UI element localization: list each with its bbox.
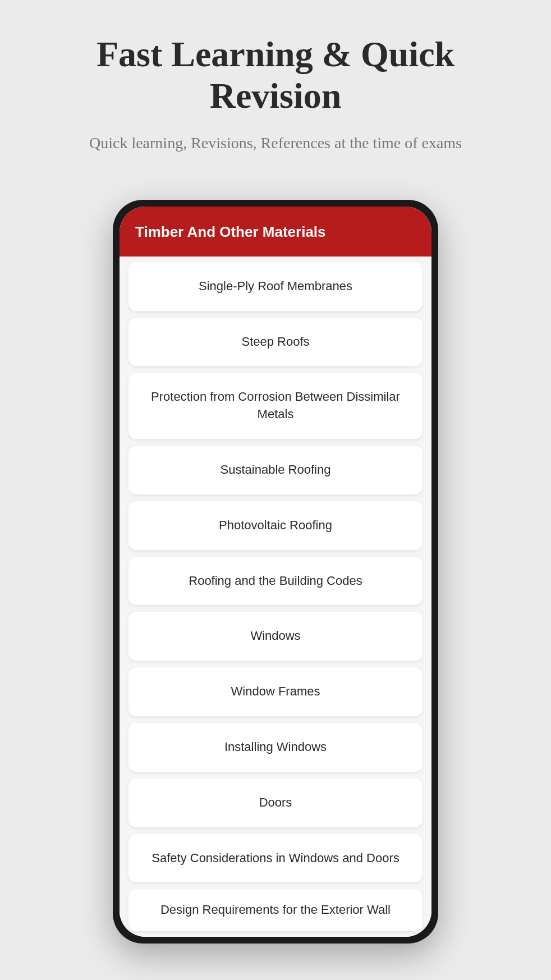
- menu-item-label: Single-Ply Roof Membranes: [199, 279, 352, 293]
- list-item[interactable]: Installing Windows: [128, 723, 423, 772]
- menu-item-label: Photovoltaic Roofing: [219, 518, 332, 532]
- main-title: Fast Learning & Quick Revision: [45, 34, 506, 116]
- menu-item-label: Roofing and the Building Codes: [189, 574, 362, 588]
- subtitle: Quick learning, Revisions, References at…: [45, 132, 506, 155]
- list-item[interactable]: Sustainable Roofing: [128, 446, 423, 494]
- header-section: Fast Learning & Quick Revision Quick lea…: [0, 0, 551, 177]
- list-item[interactable]: Window Frames: [128, 667, 423, 716]
- menu-item-label: Safety Considerations in Windows and Doo…: [151, 851, 399, 865]
- menu-item-label: Design Requirements for the Exterior Wal…: [160, 903, 391, 917]
- list-item[interactable]: Roofing and the Building Codes: [128, 557, 423, 606]
- menu-item-label: Protection from Corrosion Between Dissim…: [151, 390, 400, 421]
- list-item[interactable]: Single-Ply Roof Membranes: [128, 262, 423, 311]
- menu-item-label: Doors: [259, 795, 292, 809]
- list-item[interactable]: Doors: [128, 778, 423, 827]
- menu-item-label: Installing Windows: [224, 740, 327, 754]
- list-item[interactable]: Windows: [128, 612, 423, 661]
- phone-frame: Timber And Other Materials Single-Ply Ro…: [113, 200, 438, 944]
- list-item[interactable]: Steep Roofs: [128, 318, 423, 367]
- app-header: Timber And Other Materials: [120, 207, 431, 257]
- menu-item-label: Windows: [250, 629, 300, 643]
- list-item[interactable]: Photovoltaic Roofing: [128, 501, 423, 550]
- section-title: Timber And Other Materials: [135, 223, 326, 240]
- menu-list: Single-Ply Roof Membranes Steep Roofs Pr…: [120, 257, 431, 937]
- phone-wrapper: Timber And Other Materials Single-Ply Ro…: [113, 200, 438, 944]
- menu-item-label: Steep Roofs: [241, 335, 309, 349]
- list-item[interactable]: Protection from Corrosion Between Dissim…: [128, 373, 423, 439]
- list-item-partial[interactable]: Design Requirements for the Exterior Wal…: [128, 889, 423, 931]
- menu-item-label: Window Frames: [231, 684, 320, 698]
- menu-item-label: Sustainable Roofing: [221, 462, 331, 477]
- list-item[interactable]: Safety Considerations in Windows and Doo…: [128, 834, 423, 883]
- phone-screen: Timber And Other Materials Single-Ply Ro…: [120, 207, 431, 937]
